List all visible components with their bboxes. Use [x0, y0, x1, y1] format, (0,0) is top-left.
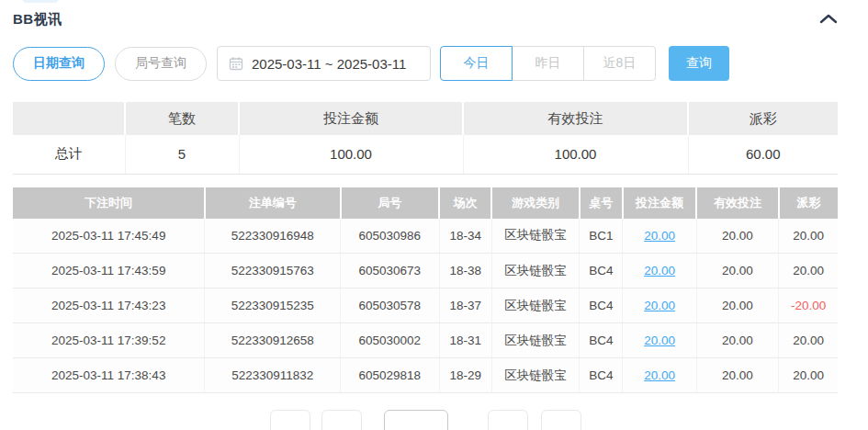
summary-count-value: 5 [125, 135, 239, 174]
summary-header-row: 笔数 投注金额 有效投注 派彩 [13, 102, 838, 135]
pagination-page-select[interactable] [384, 410, 448, 430]
payout: 20.00 [779, 254, 838, 289]
round-no: 605030986 [341, 219, 439, 254]
bb-video-panel: BB视讯 日期查询 局号查询 [13, 0, 838, 430]
col-valid-bet: 有效投注 [696, 187, 778, 219]
pagination-next-button[interactable] [488, 410, 528, 430]
session: 18-38 [439, 254, 491, 289]
bet-amount-link[interactable]: 20.00 [644, 368, 675, 382]
table-no: BC4 [580, 289, 623, 323]
table-no: BC4 [580, 323, 623, 358]
search-button[interactable]: 查询 [669, 46, 729, 81]
table-row: 2025-03-11 17:45:49 522330916948 6050309… [13, 219, 838, 254]
table-no: BC4 [580, 254, 623, 289]
bet-amount-link[interactable]: 20.00 [644, 264, 675, 277]
pagination-prev-button[interactable] [270, 410, 310, 430]
summary-total-label: 总计 [13, 135, 125, 174]
valid-bet: 20.00 [696, 289, 778, 323]
round-no: 605030002 [341, 323, 439, 358]
summary-table: 笔数 投注金额 有效投注 派彩 总计 5 100.00 100.00 60.00 [13, 102, 838, 175]
date-range-picker[interactable]: 2025-03-11 ~ 2025-03-11 [217, 46, 431, 81]
clipped-element-remnant [23, 0, 58, 3]
col-bet-id: 注单编号 [205, 187, 341, 219]
summary-total-row: 总计 5 100.00 100.00 60.00 [13, 135, 838, 174]
summary-header-bet-amount: 投注金额 [239, 102, 463, 135]
valid-bet: 20.00 [696, 254, 778, 289]
filter-toolbar: 日期查询 局号查询 2025-03-11 ~ 2025-03-11 今日 [13, 46, 838, 81]
payout: -20.00 [779, 289, 838, 323]
bet-id: 522330911832 [205, 358, 341, 393]
bet-id: 522330912658 [205, 323, 341, 358]
calendar-icon [229, 56, 243, 71]
game-type: 区块链骰宝 [491, 358, 579, 393]
game-type: 区块链骰宝 [491, 323, 579, 358]
pagination [13, 410, 838, 430]
tab-date-query[interactable]: 日期查询 [13, 47, 105, 81]
valid-bet: 20.00 [696, 358, 778, 393]
collapse-panel-button[interactable] [816, 11, 841, 28]
session: 18-37 [439, 289, 491, 323]
bet-id: 522330915235 [205, 289, 341, 323]
game-type: 区块链骰宝 [491, 254, 579, 289]
col-table-no: 桌号 [580, 187, 623, 219]
summary-valid-bet-value: 100.00 [463, 135, 688, 174]
quick-range-group: 今日 昨日 近8日 [440, 46, 656, 81]
valid-bet: 20.00 [696, 219, 778, 254]
bet-amount-link[interactable]: 20.00 [644, 299, 675, 312]
bet-time: 2025-03-11 17:39:52 [13, 323, 205, 358]
round-no: 605029818 [341, 358, 439, 393]
col-payout: 派彩 [779, 187, 838, 219]
quick-range-today[interactable]: 今日 [440, 46, 513, 81]
bet-time: 2025-03-11 17:43:23 [13, 289, 205, 323]
table-no: BC1 [580, 219, 623, 254]
session: 18-31 [439, 323, 491, 358]
summary-header-valid-bet: 有效投注 [463, 102, 688, 135]
bet-id: 522330915763 [205, 254, 341, 289]
summary-payout-value: 60.00 [688, 135, 838, 174]
session: 18-34 [439, 219, 491, 254]
game-type: 区块链骰宝 [491, 289, 579, 323]
session: 18-29 [439, 358, 491, 393]
pagination-page-button[interactable] [321, 410, 362, 430]
quick-range-yesterday[interactable]: 昨日 [512, 46, 584, 81]
summary-header-blank [13, 102, 125, 135]
chevron-up-icon [819, 13, 838, 27]
round-no: 605030578 [341, 289, 439, 323]
valid-bet: 20.00 [696, 323, 778, 358]
tab-round-query[interactable]: 局号查询 [115, 47, 207, 81]
col-bet-time: 下注时间 [13, 187, 205, 219]
table-row: 2025-03-11 17:38:43 522330911832 6050298… [13, 358, 838, 393]
records-header-row: 下注时间 注单编号 局号 场次 游戏类别 桌号 投注金额 有效投注 派彩 [13, 187, 838, 219]
table-row: 2025-03-11 17:43:23 522330915235 6050305… [13, 289, 838, 323]
col-bet-amount: 投注金额 [623, 187, 696, 219]
col-game-type: 游戏类别 [491, 187, 579, 219]
summary-bet-amount-value: 100.00 [239, 135, 463, 174]
date-range-value: 2025-03-11 ~ 2025-03-11 [252, 56, 406, 72]
bet-records-table: 下注时间 注单编号 局号 场次 游戏类别 桌号 投注金额 有效投注 派彩 202… [13, 187, 838, 394]
table-row: 2025-03-11 17:39:52 522330912658 6050300… [13, 323, 838, 358]
table-no: BC4 [580, 358, 623, 393]
game-type: 区块链骰宝 [491, 219, 579, 254]
bet-time: 2025-03-11 17:45:49 [13, 219, 205, 254]
panel-header: BB视讯 [13, 0, 838, 35]
payout: 20.00 [779, 323, 838, 358]
bet-id: 522330916948 [205, 219, 341, 254]
col-round-no: 局号 [341, 187, 439, 219]
bet-amount-link[interactable]: 20.00 [644, 334, 675, 347]
summary-header-payout: 派彩 [688, 102, 838, 135]
round-no: 605030673 [341, 254, 439, 289]
table-row: 2025-03-11 17:43:59 522330915763 6050306… [13, 254, 838, 289]
pagination-last-button[interactable] [541, 410, 581, 430]
quick-range-last8days[interactable]: 近8日 [583, 46, 656, 81]
panel-title: BB视讯 [13, 11, 62, 28]
payout: 20.00 [779, 358, 838, 393]
payout: 20.00 [779, 219, 838, 254]
col-session: 场次 [439, 187, 491, 219]
summary-header-count: 笔数 [125, 102, 239, 135]
bet-time: 2025-03-11 17:43:59 [13, 254, 205, 289]
bet-amount-link[interactable]: 20.00 [644, 229, 675, 243]
bet-time: 2025-03-11 17:38:43 [13, 358, 205, 393]
